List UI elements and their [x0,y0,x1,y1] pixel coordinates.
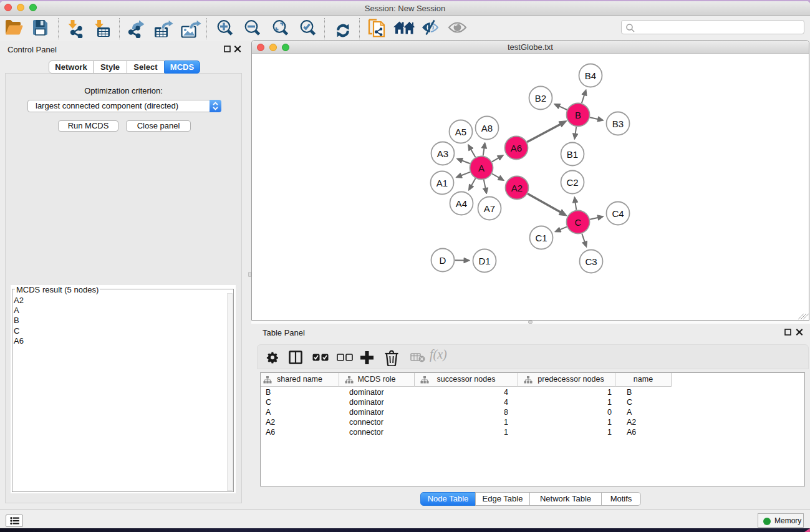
svg-text:C3: C3 [585,256,597,267]
svg-text:A3: A3 [437,148,448,159]
svg-text:A6: A6 [511,143,522,153]
svg-text:D1: D1 [478,256,490,266]
svg-text:C1: C1 [535,233,547,243]
svg-text:B4: B4 [585,70,596,81]
svg-text:B: B [575,110,581,120]
svg-text:A8: A8 [481,123,493,133]
svg-text:B3: B3 [612,118,624,129]
svg-text:D: D [440,255,446,266]
svg-text:C2: C2 [566,177,578,188]
svg-text:B2: B2 [535,93,546,104]
svg-text:A2: A2 [511,183,523,193]
svg-text:A7: A7 [484,203,495,214]
svg-text:B1: B1 [567,149,578,160]
svg-text:A1: A1 [436,178,448,188]
svg-text:A5: A5 [455,127,466,137]
svg-text:C: C [575,217,582,228]
svg-text:C4: C4 [612,208,624,219]
svg-text:A4: A4 [456,198,467,209]
svg-text:A: A [478,163,485,173]
